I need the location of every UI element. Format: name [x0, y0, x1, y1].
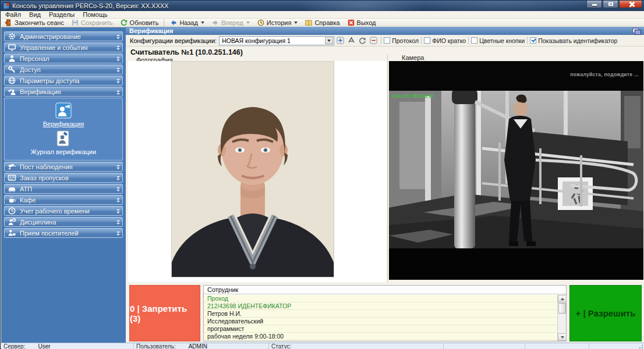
checkbox-protocol[interactable]: Протокол	[384, 37, 419, 44]
history-button[interactable]: История	[253, 19, 302, 27]
refresh-button[interactable]: Обновить	[116, 19, 162, 27]
checkbox-color-buttons[interactable]: Цветные кнопки	[471, 37, 525, 44]
server-label: Сервер:	[3, 343, 25, 349]
sidebar-item-personnel[interactable]: Персонал	[4, 54, 123, 63]
help-button[interactable]: Справка	[301, 19, 343, 27]
person-icon	[7, 54, 16, 63]
save-button[interactable]: Сохранить	[68, 19, 116, 27]
allow-button[interactable]: + | Разрешить	[569, 285, 642, 341]
clock-icon	[7, 206, 16, 216]
sidebar-item-verification[interactable]: Верификация	[4, 87, 123, 97]
add-config-button[interactable]	[335, 36, 345, 45]
verification-subgroup: Верификация Журнал верификации	[4, 98, 123, 161]
menu-bar: Файл Вид Разделы Помощь	[1, 11, 644, 19]
copy-config-button[interactable]	[358, 36, 367, 45]
vertical-divider	[387, 54, 388, 282]
employee-scrollbar[interactable]	[557, 295, 566, 341]
delete-config-button[interactable]	[369, 36, 378, 45]
sidebar-item-observation-post[interactable]: Пост наблюдения	[4, 162, 123, 172]
employee-header: Сотрудник	[204, 286, 566, 294]
back-arrow-icon	[169, 19, 178, 27]
maximize-button[interactable]	[603, 1, 618, 8]
subitem-verification[interactable]: Верификация	[5, 102, 122, 127]
forward-button[interactable]: Вперед	[208, 19, 253, 27]
user-label: Пользователь:	[136, 343, 176, 349]
config-label: Конфигурации верификации:	[130, 37, 217, 44]
cctv-camera-icon	[7, 162, 16, 172]
application-window: Консоль управления PERCo-S-20, Версия: X…	[0, 0, 644, 349]
checkbox-short-name[interactable]: ФИО кратко	[424, 37, 466, 44]
sidebar-item-time-tracking[interactable]: Учет рабочего времени	[4, 206, 123, 216]
camera-overlay-model-text: Axis 211 MJ211 W	[391, 93, 433, 99]
config-select[interactable]: НОВАЯ конфигурация 1	[219, 36, 334, 45]
checkbox-show-identifier[interactable]: Показывать идентификатор	[530, 37, 617, 44]
back-button[interactable]: Назад	[166, 19, 208, 27]
sidebar-item-discipline[interactable]: Дисциплина	[4, 217, 123, 227]
menu-help[interactable]: Помощь	[79, 11, 112, 19]
end-session-button[interactable]: Закончить сеанс	[1, 19, 68, 27]
sidebar-item-access[interactable]: Доступ	[4, 65, 123, 74]
camera-view: пожалуйста, подождите ... Axis 211 MJ211…	[389, 61, 643, 280]
chevron-down-icon	[116, 231, 120, 236]
photo-panel	[128, 61, 387, 282]
help-book-icon	[305, 19, 313, 27]
scroll-thumb[interactable]	[558, 303, 566, 314]
config-toolbar: Конфигурации верификации: НОВАЯ конфигур…	[126, 35, 644, 47]
exit-button[interactable]: Выход	[344, 19, 380, 27]
journal-document-icon	[55, 130, 72, 147]
menu-sections[interactable]: Разделы	[45, 11, 79, 19]
status-bar: Сервер: User Пользователь: ADMIN Статус:	[1, 343, 644, 349]
close-button[interactable]	[619, 1, 642, 8]
status-state-cell: Статус:	[269, 343, 444, 349]
refresh-icon	[120, 19, 128, 27]
employee-row-position[interactable]: программист	[204, 325, 557, 333]
window-title: Консоль управления PERCo-S-20, Версия: X…	[12, 2, 168, 9]
subitem-verification-journal[interactable]: Журнал верификации	[5, 130, 122, 155]
verification-monitor-icon	[55, 102, 72, 119]
chevron-down-icon	[116, 67, 120, 72]
verification-person-icon	[7, 87, 16, 97]
employee-row-schedule[interactable]: рабочая неделя 9:00-18:00	[204, 333, 557, 340]
status-user-cell: Пользователь: ADMIN	[134, 343, 269, 349]
employee-photo	[171, 61, 334, 277]
employee-info-panel: Сотрудник Проход 212/43698 ИДЕНТЕФИКАТОР…	[203, 285, 567, 341]
checkbox-icon	[384, 37, 390, 44]
sidebar-item-access-parameters[interactable]: Параметры доступа	[4, 76, 123, 86]
employee-row-identifier[interactable]: 212/43698 ИДЕНТЕФИКАТОР	[204, 302, 557, 310]
panel-windows-icon[interactable]	[632, 28, 641, 34]
sidebar-item-administration[interactable]: Администрирование	[4, 31, 123, 41]
title-bar: Консоль управления PERCo-S-20, Версия: X…	[1, 1, 644, 11]
rename-config-button[interactable]	[346, 36, 356, 45]
deny-button[interactable]: 0 | Запретить (3)	[129, 285, 200, 341]
sidebar-item-pass-orders[interactable]: Заказ пропусков	[4, 173, 123, 183]
visitor-icon	[7, 229, 16, 238]
camera-group-label: Камера	[402, 54, 424, 61]
scroll-down-icon[interactable]	[558, 333, 567, 341]
sidebar-item-management-events[interactable]: Управление и события	[4, 42, 123, 52]
sidebar-item-atp[interactable]: АТП	[4, 184, 123, 194]
employee-row-department[interactable]: Исследовательский	[204, 318, 557, 325]
globe-icon	[7, 76, 16, 86]
verification-panel: Верификация Конфигурации верификации: НО…	[126, 27, 644, 343]
chevron-down-icon	[116, 79, 120, 83]
chevron-down-icon	[116, 45, 120, 50]
sidebar-item-cafe[interactable]: Кафе	[4, 195, 123, 205]
scroll-up-icon[interactable]	[558, 295, 567, 302]
chevron-down-icon	[116, 198, 120, 202]
menu-file[interactable]: Файл	[1, 11, 25, 19]
forward-arrow-icon	[211, 19, 220, 27]
employee-row-name[interactable]: Петров Н.И.	[204, 310, 557, 318]
sidebar-item-visitor-reception[interactable]: Прием посетителей	[4, 228, 123, 238]
menu-view[interactable]: Вид	[25, 11, 45, 19]
resize-grip[interactable]	[638, 343, 643, 349]
chevron-down-icon	[116, 209, 120, 213]
coffee-cup-icon	[7, 195, 16, 205]
car-icon	[7, 184, 16, 194]
status-server-cell: Сервер: User	[1, 343, 134, 349]
minimize-button[interactable]	[586, 1, 602, 8]
status-empty-cell	[589, 343, 644, 349]
status-empty-cell	[444, 343, 525, 349]
dropdown-arrow-icon[interactable]	[325, 37, 333, 44]
employee-row-pass[interactable]: Проход	[204, 295, 557, 302]
panel-title: Верификация	[129, 27, 174, 34]
